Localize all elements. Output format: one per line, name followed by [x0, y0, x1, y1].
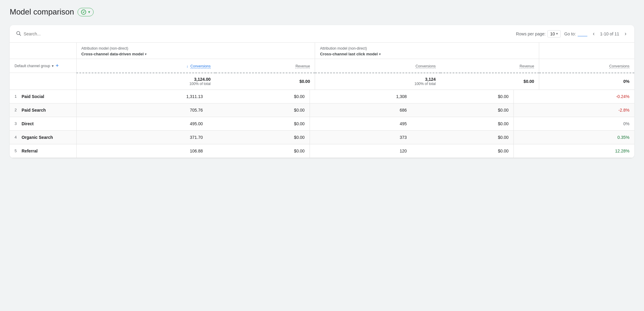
- row-number: 1: [15, 94, 17, 99]
- model2-conversions-cell: 495: [310, 117, 412, 130]
- totals-row: 3,124.00 100% of total $0.00 3,124 100% …: [10, 73, 634, 90]
- model1-conversions-cell: 705.76: [76, 103, 208, 117]
- model-selector-row: Cross-channel data-driven model ▾ Cross-…: [10, 51, 634, 59]
- dimension-group-header: [10, 43, 76, 51]
- model1-selector[interactable]: Cross-channel data-driven model ▾: [76, 51, 315, 59]
- diff-model-header: [539, 51, 634, 59]
- diff-group-header: [539, 43, 634, 51]
- prev-page-button[interactable]: ‹: [591, 30, 596, 38]
- data-card: Rows per page: 10 ▾ Go to: 1 ‹ 1-10 of 1…: [10, 25, 634, 158]
- svg-line-2: [19, 34, 21, 35]
- model2-dropdown-icon: ▾: [379, 52, 381, 56]
- channel-name: Direct: [22, 121, 34, 126]
- rows-per-page-label: Rows per page:: [516, 31, 546, 36]
- table-controls: Rows per page: 10 ▾ Go to: 1 ‹ 1-10 of 1…: [10, 25, 634, 43]
- totals-dimension-cell: [10, 73, 76, 90]
- diff-cell: -2.8%: [513, 103, 634, 117]
- dimension-col-header[interactable]: Default channel group ▾ +: [10, 59, 76, 73]
- channel-cell: 5 Referral: [10, 144, 76, 158]
- model1-revenue-cell: $0.00: [208, 144, 310, 158]
- check-circle-icon: [81, 9, 86, 15]
- model2-group-header: Attribution model (non-direct): [315, 43, 539, 51]
- search-area: [16, 31, 512, 37]
- table-row: 5 Referral 106.88 $0.00 120 $0.00 12.28%: [10, 144, 634, 158]
- goto-input[interactable]: 1: [578, 31, 587, 36]
- page-info: 1-10 of 11: [600, 31, 619, 36]
- model2-revenue-cell: $0.00: [412, 144, 514, 158]
- goto-area: Go to: 1: [564, 31, 587, 36]
- table-row: 3 Direct 495.00 $0.00 495 $0.00 0%: [10, 117, 634, 130]
- channel-name: Paid Search: [22, 108, 46, 113]
- data-table: Attribution model (non-direct) Attributi…: [10, 43, 634, 90]
- column-group-header-row: Attribution model (non-direct) Attributi…: [10, 43, 634, 51]
- totals-model2-revenue: $0.00: [440, 73, 539, 90]
- model1-conversions-cell: 495.00: [76, 117, 208, 130]
- dimension-header-label: Default channel group: [15, 64, 50, 68]
- totals-diff: 0%: [539, 73, 634, 90]
- diff-cell: 0%: [513, 117, 634, 130]
- model2-conversions-cell: 120: [310, 144, 412, 158]
- row-number: 4: [15, 135, 17, 139]
- add-dimension-button[interactable]: +: [55, 63, 59, 69]
- channel-cell: 1 Paid Social: [10, 90, 76, 103]
- column-header-row: Default channel group ▾ + ↓ Conversions …: [10, 59, 634, 73]
- model1-conversions-header[interactable]: ↓ Conversions: [76, 59, 215, 73]
- diff-cell: 12.28%: [513, 144, 634, 158]
- pagination-controls: Rows per page: 10 ▾ Go to: 1 ‹ 1-10 of 1…: [516, 30, 628, 38]
- model2-revenue-cell: $0.00: [412, 103, 514, 117]
- model2-revenue-cell: $0.00: [412, 130, 514, 144]
- rows-per-page-control: Rows per page: 10 ▾: [516, 30, 561, 38]
- search-icon: [16, 31, 21, 37]
- model2-revenue-cell: $0.00: [412, 117, 514, 130]
- model1-group-header: Attribution model (non-direct): [76, 43, 315, 51]
- model1-revenue-cell: $0.00: [208, 130, 310, 144]
- row-number: 3: [15, 121, 17, 126]
- diff-cell: -0.24%: [513, 90, 634, 103]
- dimension-dropdown-icon[interactable]: ▾: [52, 64, 54, 68]
- table-row: 4 Organic Search 371.70 $0.00 373 $0.00 …: [10, 130, 634, 144]
- model1-conversions-cell: 371.70: [76, 130, 208, 144]
- next-page-button[interactable]: ›: [623, 30, 628, 38]
- rows-dropdown-icon: ▾: [556, 32, 558, 36]
- model2-revenue-cell: $0.00: [412, 90, 514, 103]
- dropdown-arrow-icon: ▾: [88, 10, 90, 14]
- model2-conversions-header[interactable]: Conversions: [315, 59, 440, 73]
- row-number: 5: [15, 149, 17, 153]
- dimension-model-header: [10, 51, 76, 59]
- totals-model1-conversions: 3,124.00 100% of total: [76, 73, 215, 90]
- model1-revenue-cell: $0.00: [208, 90, 310, 103]
- model1-revenue-cell: $0.00: [208, 117, 310, 130]
- channel-name: Paid Social: [22, 94, 44, 99]
- data-rows-table: 1 Paid Social 1,311.13 $0.00 1,308 $0.00…: [10, 90, 634, 158]
- channel-name: Referral: [22, 149, 38, 153]
- page-container: Model comparison ▾: [0, 0, 644, 311]
- channel-cell: 3 Direct: [10, 117, 76, 130]
- row-number: 2: [15, 108, 17, 112]
- totals-model1-revenue: $0.00: [215, 73, 315, 90]
- model1-revenue-header[interactable]: Revenue: [215, 59, 315, 73]
- table-row: 2 Paid Search 705.76 $0.00 686 $0.00 -2.…: [10, 103, 634, 117]
- rows-per-page-select[interactable]: 10 ▾: [547, 30, 561, 38]
- rows-per-page-value: 10: [550, 31, 555, 36]
- model1-revenue-cell: $0.00: [208, 103, 310, 117]
- model1-dropdown-icon: ▾: [145, 52, 147, 56]
- model2-revenue-header[interactable]: Revenue: [440, 59, 539, 73]
- page-header: Model comparison ▾: [10, 7, 634, 17]
- channel-name: Organic Search: [22, 135, 53, 140]
- totals-model2-conversions: 3,124 100% of total: [315, 73, 440, 90]
- channel-cell: 2 Paid Search: [10, 103, 76, 117]
- model2-conversions-cell: 373: [310, 130, 412, 144]
- status-badge[interactable]: ▾: [78, 8, 94, 16]
- model1-conversions-cell: 106.88: [76, 144, 208, 158]
- page-title: Model comparison: [10, 7, 74, 17]
- goto-label: Go to:: [564, 31, 576, 36]
- model1-conversions-cell: 1,311.13: [76, 90, 208, 103]
- model2-conversions-cell: 1,308: [310, 90, 412, 103]
- diff-conversions-header[interactable]: Conversions: [539, 59, 634, 73]
- model2-conversions-cell: 686: [310, 103, 412, 117]
- channel-cell: 4 Organic Search: [10, 130, 76, 144]
- model2-selector[interactable]: Cross-channel last click model ▾: [315, 51, 539, 59]
- diff-cell: 0.35%: [513, 130, 634, 144]
- table-row: 1 Paid Social 1,311.13 $0.00 1,308 $0.00…: [10, 90, 634, 103]
- search-input[interactable]: [24, 31, 90, 36]
